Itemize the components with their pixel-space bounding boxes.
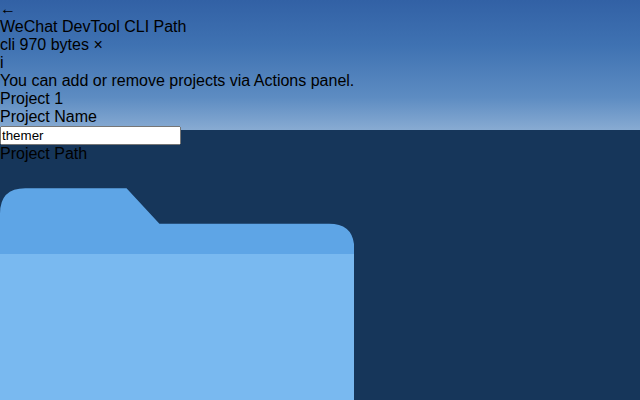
cli-path-field[interactable]: cli 970 bytes × [0, 36, 354, 54]
remove-file-icon[interactable]: × [93, 36, 102, 53]
desktop: ← WeChat DevTool CLI Path cli 970 bytes … [0, 0, 640, 400]
project-1-path-field[interactable]: themer [0, 163, 354, 400]
back-arrow-icon: ← [0, 0, 16, 17]
extension-window: ← WeChat DevTool CLI Path cli 970 bytes … [0, 0, 354, 400]
cli-tag-size: 970 bytes [20, 36, 89, 53]
info-icon[interactable]: i [0, 54, 354, 72]
project-1-path-label: Project Path [0, 145, 354, 163]
cli-tag-name: cli [0, 36, 15, 53]
project-1-title: Project 1 [0, 90, 354, 108]
project-1-name-field[interactable] [0, 126, 354, 145]
project-1-name-label: Project Name [0, 108, 354, 126]
back-button[interactable]: ← [0, 0, 354, 18]
project-1-name-input[interactable] [0, 126, 181, 145]
form-hint: You can add or remove projects via Actio… [0, 72, 354, 90]
folder-icon [0, 163, 354, 400]
cli-path-label: WeChat DevTool CLI Path [0, 18, 354, 36]
